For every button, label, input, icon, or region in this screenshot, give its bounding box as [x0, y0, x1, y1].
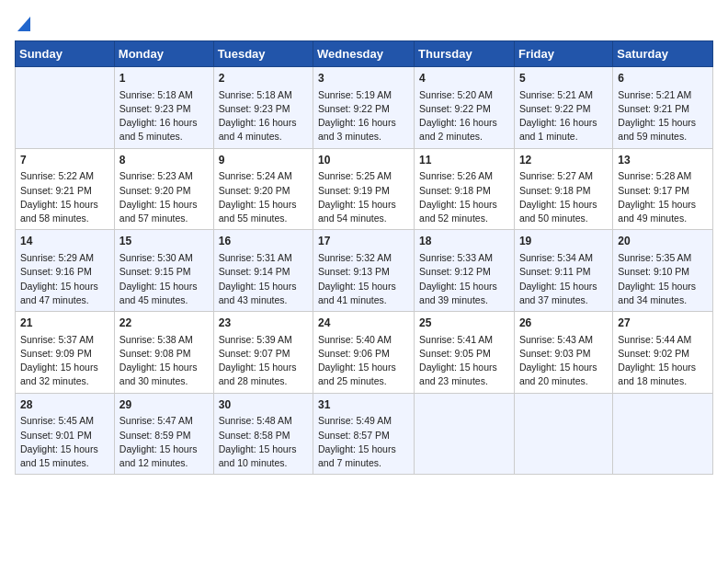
calendar-cell: 29Sunrise: 5:47 AM Sunset: 8:59 PM Dayli…	[114, 393, 213, 475]
calendar-cell: 24Sunrise: 5:40 AM Sunset: 9:06 PM Dayli…	[313, 312, 415, 394]
logo-triangle-icon	[17, 17, 30, 35]
header	[15, 15, 713, 35]
calendar-cell: 7Sunrise: 5:22 AM Sunset: 9:21 PM Daylig…	[16, 148, 115, 230]
day-number: 7	[20, 153, 109, 168]
day-info: Sunrise: 5:20 AM Sunset: 9:22 PM Dayligh…	[419, 88, 509, 144]
calendar-cell: 26Sunrise: 5:43 AM Sunset: 9:03 PM Dayli…	[514, 312, 612, 394]
calendar-cell: 6Sunrise: 5:21 AM Sunset: 9:21 PM Daylig…	[613, 67, 713, 149]
day-info: Sunrise: 5:26 AM Sunset: 9:18 PM Dayligh…	[419, 169, 509, 225]
day-info: Sunrise: 5:30 AM Sunset: 9:15 PM Dayligh…	[119, 251, 209, 307]
day-info: Sunrise: 5:35 AM Sunset: 9:10 PM Dayligh…	[618, 251, 708, 307]
calendar-cell: 10Sunrise: 5:25 AM Sunset: 9:19 PM Dayli…	[313, 148, 415, 230]
day-number: 1	[119, 71, 209, 86]
calendar-header-row: SundayMondayTuesdayWednesdayThursdayFrid…	[16, 41, 713, 67]
calendar-week-row: 7Sunrise: 5:22 AM Sunset: 9:21 PM Daylig…	[16, 148, 713, 230]
day-info: Sunrise: 5:37 AM Sunset: 9:09 PM Dayligh…	[20, 333, 109, 389]
calendar-week-row: 21Sunrise: 5:37 AM Sunset: 9:09 PM Dayli…	[16, 312, 713, 394]
day-info: Sunrise: 5:28 AM Sunset: 9:17 PM Dayligh…	[618, 169, 708, 225]
calendar-cell: 12Sunrise: 5:27 AM Sunset: 9:18 PM Dayli…	[514, 148, 612, 230]
day-number: 31	[318, 397, 409, 413]
calendar-cell: 13Sunrise: 5:28 AM Sunset: 9:17 PM Dayli…	[613, 148, 713, 230]
day-number: 18	[419, 234, 509, 249]
day-info: Sunrise: 5:45 AM Sunset: 9:01 PM Dayligh…	[20, 414, 109, 470]
header-wednesday: Wednesday	[313, 41, 415, 67]
calendar-table: SundayMondayTuesdayWednesdayThursdayFrid…	[15, 40, 713, 475]
day-number: 3	[318, 71, 409, 86]
day-info: Sunrise: 5:21 AM Sunset: 9:21 PM Dayligh…	[618, 88, 708, 144]
day-number: 22	[119, 316, 209, 331]
day-number: 25	[419, 316, 509, 331]
calendar-cell	[613, 393, 713, 475]
logo	[15, 15, 30, 35]
day-info: Sunrise: 5:31 AM Sunset: 9:14 PM Dayligh…	[219, 251, 308, 307]
day-number: 19	[519, 234, 608, 249]
calendar-cell: 9Sunrise: 5:24 AM Sunset: 9:20 PM Daylig…	[213, 148, 313, 230]
day-info: Sunrise: 5:34 AM Sunset: 9:11 PM Dayligh…	[519, 251, 608, 307]
day-number: 9	[219, 153, 308, 168]
header-friday: Friday	[514, 41, 612, 67]
day-info: Sunrise: 5:47 AM Sunset: 8:59 PM Dayligh…	[119, 414, 209, 470]
day-number: 17	[318, 234, 409, 249]
svg-marker-0	[17, 17, 30, 31]
day-number: 29	[119, 397, 209, 413]
day-number: 14	[20, 234, 109, 249]
day-info: Sunrise: 5:33 AM Sunset: 9:12 PM Dayligh…	[419, 251, 509, 307]
day-number: 23	[219, 316, 308, 331]
calendar-cell: 27Sunrise: 5:44 AM Sunset: 9:02 PM Dayli…	[613, 312, 713, 394]
day-number: 2	[219, 71, 308, 86]
calendar-cell	[514, 393, 612, 475]
day-info: Sunrise: 5:22 AM Sunset: 9:21 PM Dayligh…	[20, 169, 109, 225]
day-number: 5	[519, 71, 608, 86]
calendar-cell	[415, 393, 515, 475]
calendar-cell: 21Sunrise: 5:37 AM Sunset: 9:09 PM Dayli…	[16, 312, 115, 394]
day-info: Sunrise: 5:18 AM Sunset: 9:23 PM Dayligh…	[119, 88, 209, 144]
day-number: 24	[318, 316, 409, 331]
header-thursday: Thursday	[415, 41, 515, 67]
day-info: Sunrise: 5:40 AM Sunset: 9:06 PM Dayligh…	[318, 333, 409, 389]
calendar-cell	[16, 67, 115, 149]
header-tuesday: Tuesday	[213, 41, 313, 67]
day-info: Sunrise: 5:25 AM Sunset: 9:19 PM Dayligh…	[318, 169, 409, 225]
calendar-cell: 3Sunrise: 5:19 AM Sunset: 9:22 PM Daylig…	[313, 67, 415, 149]
calendar-cell: 25Sunrise: 5:41 AM Sunset: 9:05 PM Dayli…	[415, 312, 515, 394]
calendar-cell: 5Sunrise: 5:21 AM Sunset: 9:22 PM Daylig…	[514, 67, 612, 149]
day-info: Sunrise: 5:44 AM Sunset: 9:02 PM Dayligh…	[618, 333, 708, 389]
day-number: 4	[419, 71, 509, 86]
calendar-cell: 30Sunrise: 5:48 AM Sunset: 8:58 PM Dayli…	[213, 393, 313, 475]
day-info: Sunrise: 5:27 AM Sunset: 9:18 PM Dayligh…	[519, 169, 608, 225]
header-monday: Monday	[114, 41, 213, 67]
calendar-cell: 20Sunrise: 5:35 AM Sunset: 9:10 PM Dayli…	[613, 230, 713, 312]
day-number: 10	[318, 153, 409, 168]
calendar-cell: 22Sunrise: 5:38 AM Sunset: 9:08 PM Dayli…	[114, 312, 213, 394]
calendar-week-row: 28Sunrise: 5:45 AM Sunset: 9:01 PM Dayli…	[16, 393, 713, 475]
calendar-cell: 23Sunrise: 5:39 AM Sunset: 9:07 PM Dayli…	[213, 312, 313, 394]
calendar-cell: 4Sunrise: 5:20 AM Sunset: 9:22 PM Daylig…	[415, 67, 515, 149]
day-info: Sunrise: 5:24 AM Sunset: 9:20 PM Dayligh…	[219, 169, 308, 225]
day-number: 8	[119, 153, 209, 168]
calendar-cell: 31Sunrise: 5:49 AM Sunset: 8:57 PM Dayli…	[313, 393, 415, 475]
day-number: 26	[519, 316, 608, 331]
day-number: 20	[618, 234, 708, 249]
calendar-cell: 28Sunrise: 5:45 AM Sunset: 9:01 PM Dayli…	[16, 393, 115, 475]
day-number: 21	[20, 316, 109, 331]
calendar-cell: 14Sunrise: 5:29 AM Sunset: 9:16 PM Dayli…	[16, 230, 115, 312]
calendar-cell: 11Sunrise: 5:26 AM Sunset: 9:18 PM Dayli…	[415, 148, 515, 230]
calendar-cell: 1Sunrise: 5:18 AM Sunset: 9:23 PM Daylig…	[114, 67, 213, 149]
day-number: 28	[20, 397, 109, 413]
calendar-cell: 19Sunrise: 5:34 AM Sunset: 9:11 PM Dayli…	[514, 230, 612, 312]
calendar-cell: 17Sunrise: 5:32 AM Sunset: 9:13 PM Dayli…	[313, 230, 415, 312]
day-number: 12	[519, 153, 608, 168]
day-number: 30	[219, 397, 308, 413]
day-number: 15	[119, 234, 209, 249]
day-info: Sunrise: 5:29 AM Sunset: 9:16 PM Dayligh…	[20, 251, 109, 307]
calendar-cell: 15Sunrise: 5:30 AM Sunset: 9:15 PM Dayli…	[114, 230, 213, 312]
day-info: Sunrise: 5:32 AM Sunset: 9:13 PM Dayligh…	[318, 251, 409, 307]
day-info: Sunrise: 5:21 AM Sunset: 9:22 PM Dayligh…	[519, 88, 608, 144]
calendar-cell: 8Sunrise: 5:23 AM Sunset: 9:20 PM Daylig…	[114, 148, 213, 230]
day-info: Sunrise: 5:38 AM Sunset: 9:08 PM Dayligh…	[119, 333, 209, 389]
calendar-week-row: 14Sunrise: 5:29 AM Sunset: 9:16 PM Dayli…	[16, 230, 713, 312]
calendar-cell: 16Sunrise: 5:31 AM Sunset: 9:14 PM Dayli…	[213, 230, 313, 312]
day-info: Sunrise: 5:43 AM Sunset: 9:03 PM Dayligh…	[519, 333, 608, 389]
header-sunday: Sunday	[16, 41, 115, 67]
header-saturday: Saturday	[613, 41, 713, 67]
